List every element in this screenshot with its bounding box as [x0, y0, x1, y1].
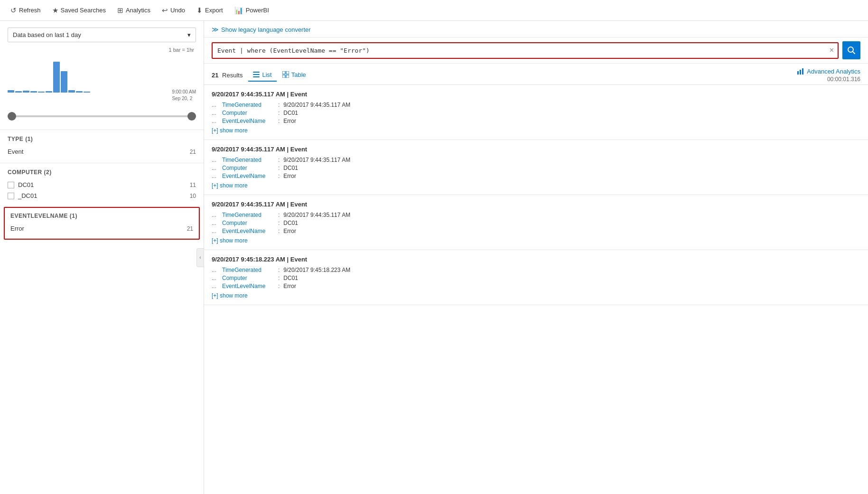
chevron-down-icon: ▾ — [187, 31, 191, 38]
checkbox-dc01-alt[interactable] — [8, 193, 14, 199]
field-ellipsis: ... — [212, 220, 218, 226]
chart-bar — [84, 92, 90, 93]
field-name[interactable]: TimeGenerated — [222, 212, 274, 218]
field-name[interactable]: TimeGenerated — [222, 102, 274, 108]
field-value: 9/20/2017 9:44:35.117 AM — [283, 157, 350, 163]
field-name[interactable]: TimeGenerated — [222, 157, 274, 163]
field-name[interactable]: Computer — [222, 275, 274, 281]
svg-rect-3 — [253, 74, 260, 75]
field-name[interactable]: EventLevelName — [222, 228, 274, 234]
result-item: 9/20/2017 9:45:18.223 AM | Event ... Tim… — [204, 250, 868, 305]
result-field: ... TimeGenerated : 9/20/2017 9:44:35.11… — [212, 102, 860, 108]
field-name[interactable]: Computer — [222, 220, 274, 226]
field-value: DC01 — [283, 110, 298, 116]
slider-thumb-right[interactable] — [187, 112, 196, 121]
field-name[interactable]: EventLevelName — [222, 283, 274, 289]
show-more-link[interactable]: [+] show more — [212, 127, 248, 134]
legacy-link-label: Show legacy language converter — [221, 26, 311, 33]
result-field: ... EventLevelName : Error — [212, 228, 860, 234]
refresh-button[interactable]: ↺ Refresh — [6, 3, 46, 18]
undo-icon: ↩ — [162, 6, 168, 15]
export-button[interactable]: ⬇ Export — [192, 3, 228, 18]
query-clear-button[interactable]: × — [826, 44, 838, 56]
svg-rect-7 — [282, 75, 285, 78]
field-name[interactable]: Computer — [222, 110, 274, 116]
powerbi-label: PowerBI — [246, 7, 269, 14]
tab-table[interactable]: Table — [278, 69, 311, 82]
saved-searches-button[interactable]: ★ Saved Searches — [47, 3, 111, 18]
result-field: ... Computer : DC01 — [212, 165, 860, 171]
field-separator: : — [278, 275, 280, 281]
advanced-analytics-label: Advanced Analytics — [807, 68, 860, 75]
analytics-button[interactable]: ⊞ Analytics — [112, 3, 155, 18]
result-field: ... EventLevelName : Error — [212, 118, 860, 124]
field-ellipsis: ... — [212, 228, 218, 234]
eventlevelname-filter-item-error[interactable]: Error 21 — [10, 223, 193, 234]
computer-filter-item-dc01[interactable]: DC01 11 — [8, 179, 196, 190]
main-layout: ‹ Data based on last 1 day ▾ 1 bar = 1hr — [0, 21, 868, 494]
type-filter-item-event[interactable]: Event 21 — [8, 146, 196, 157]
legacy-language-link[interactable]: ≫ Show legacy language converter — [212, 26, 860, 33]
eventlevelname-filter-section: EVENTLEVELNAME (1) Error 21 — [4, 207, 200, 240]
tab-list[interactable]: List — [248, 69, 276, 82]
undo-button[interactable]: ↩ Undo — [157, 3, 190, 18]
chart-axis-label: 9:00:00 AM Sep 20, 2 — [172, 89, 196, 102]
advanced-analytics-link[interactable]: Advanced Analytics — [797, 67, 860, 75]
results-header: 21 Results List — [204, 64, 868, 84]
powerbi-button[interactable]: 📊 PowerBI — [230, 3, 274, 18]
field-separator: : — [278, 102, 280, 108]
field-name[interactable]: Computer — [222, 165, 274, 171]
svg-rect-9 — [797, 71, 799, 75]
query-input[interactable] — [213, 43, 826, 58]
field-separator: : — [278, 267, 280, 273]
field-ellipsis: ... — [212, 157, 218, 163]
slider-thumb-left[interactable] — [8, 112, 16, 121]
powerbi-icon: 📊 — [234, 6, 243, 15]
show-more-link[interactable]: [+] show more — [212, 182, 248, 189]
refresh-icon: ↺ — [10, 6, 17, 15]
show-more-link[interactable]: [+] show more — [212, 237, 248, 244]
query-search-button[interactable] — [842, 41, 860, 59]
field-separator: : — [278, 165, 280, 171]
results-list[interactable]: 9/20/2017 9:44:35.117 AM | Event ... Tim… — [204, 84, 868, 494]
field-value: Error — [283, 173, 296, 179]
results-left: 21 Results List — [212, 69, 311, 82]
undo-label: Undo — [170, 7, 185, 14]
results-label: Results — [222, 72, 243, 79]
slider-track — [8, 115, 196, 117]
field-separator: : — [278, 173, 280, 179]
chart-bar — [23, 91, 29, 93]
result-field: ... TimeGenerated : 9/20/2017 9:44:35.11… — [212, 212, 860, 218]
field-name[interactable]: TimeGenerated — [222, 267, 274, 273]
chart-bar-label: 1 bar = 1hr — [8, 47, 196, 53]
chart-area: 1 bar = 1hr 9:00:00 AM Sep 20, 2 — [0, 47, 204, 107]
result-header: 9/20/2017 9:44:35.117 AM | Event — [212, 91, 860, 98]
time-range-dropdown[interactable]: Data based on last 1 day ▾ — [8, 28, 196, 42]
field-value: 9/20/2017 9:44:35.117 AM — [283, 102, 350, 108]
show-more-link[interactable]: [+] show more — [212, 292, 248, 299]
range-slider[interactable] — [8, 111, 196, 122]
chart-bar — [30, 91, 37, 93]
collapse-panel-button[interactable]: ‹ — [196, 248, 204, 267]
computer-filter-item-dc01-alt[interactable]: _DC01 10 — [8, 190, 196, 201]
result-item: 9/20/2017 9:44:35.117 AM | Event ... Tim… — [204, 195, 868, 250]
field-name[interactable]: EventLevelName — [222, 173, 274, 179]
field-separator: : — [278, 212, 280, 218]
svg-rect-10 — [800, 70, 801, 75]
timing-label: 00:00:01.316 — [827, 76, 860, 83]
saved-searches-label: Saved Searches — [61, 7, 106, 14]
result-field: ... EventLevelName : Error — [212, 283, 860, 289]
result-fields: ... TimeGenerated : 9/20/2017 9:44:35.11… — [212, 212, 860, 234]
chart-bar — [38, 92, 45, 93]
field-value: DC01 — [283, 275, 298, 281]
right-panel: ≫ Show legacy language converter × — [204, 21, 868, 494]
export-label: Export — [205, 7, 223, 14]
chart-bar — [8, 90, 14, 93]
field-name[interactable]: EventLevelName — [222, 118, 274, 124]
result-fields: ... TimeGenerated : 9/20/2017 9:44:35.11… — [212, 102, 860, 124]
chart-bar — [46, 91, 52, 93]
field-value: Error — [283, 283, 296, 289]
result-item: 9/20/2017 9:44:35.117 AM | Event ... Tim… — [204, 85, 868, 140]
result-field: ... Computer : DC01 — [212, 110, 860, 116]
checkbox-dc01[interactable] — [8, 182, 14, 188]
